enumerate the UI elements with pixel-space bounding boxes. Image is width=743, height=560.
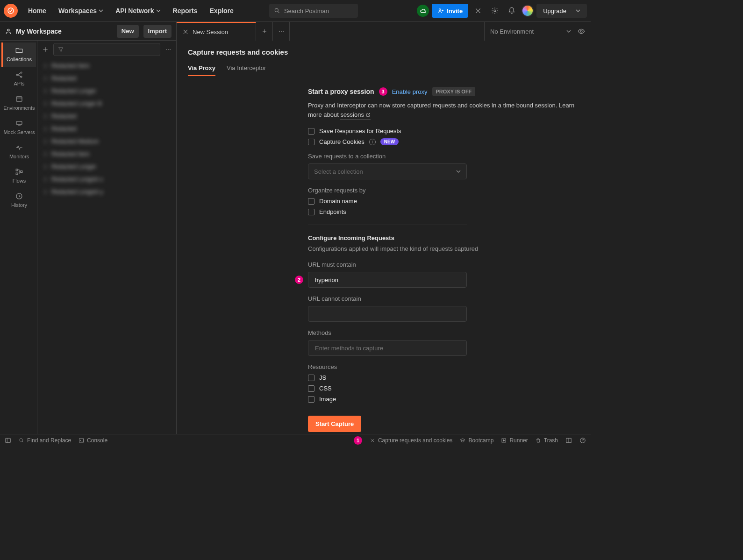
rail-history[interactable]: History: [1, 188, 36, 213]
postman-logo[interactable]: [4, 4, 18, 18]
env-icon: [15, 95, 23, 103]
upgrade-button[interactable]: Upgrade: [536, 4, 587, 18]
tree-item[interactable]: Redacted Longish y: [37, 185, 176, 198]
svg-point-18: [185, 31, 186, 32]
sidebar-toggle[interactable]: [5, 437, 11, 444]
info-icon: i: [369, 139, 376, 145]
plus-icon[interactable]: [42, 46, 49, 53]
satellite-icon[interactable]: [471, 4, 485, 18]
trash-button[interactable]: Trash: [536, 437, 558, 444]
invite-button[interactable]: Invite: [432, 4, 468, 18]
two-pane-icon[interactable]: [565, 437, 572, 444]
bell-icon[interactable]: [505, 4, 519, 18]
methods-input[interactable]: [308, 340, 467, 356]
tree-filter-input[interactable]: [53, 43, 160, 56]
tree-item[interactable]: Redacted Longish x: [37, 173, 176, 185]
nav-workspaces-label: Workspaces: [58, 7, 97, 14]
checkbox-css[interactable]: CSS: [308, 385, 579, 392]
help-icon[interactable]: [579, 437, 586, 444]
chevron-down-icon: [576, 8, 580, 13]
enable-proxy-link[interactable]: Enable proxy: [392, 88, 428, 95]
checkbox-image[interactable]: Image: [308, 396, 579, 403]
svg-rect-25: [79, 439, 84, 442]
nav-explore[interactable]: Explore: [205, 4, 238, 17]
url-cannot-contain-input[interactable]: [308, 306, 467, 322]
callout-3: 3: [379, 87, 387, 96]
url-cannot-contain-field[interactable]: [314, 310, 461, 318]
nav-workspaces[interactable]: Workspaces: [54, 4, 108, 17]
invite-label: Invite: [447, 7, 463, 14]
tree-item[interactable]: Redacted Item: [37, 148, 176, 160]
tab-via-proxy[interactable]: Via Proxy: [188, 64, 215, 76]
bootcamp-button[interactable]: Bootcamp: [460, 437, 493, 444]
tree-item[interactable]: Redacted Longer: [37, 160, 176, 173]
new-badge: NEW: [380, 138, 399, 145]
new-button[interactable]: New: [117, 25, 139, 38]
rail-flows[interactable]: Flows: [1, 164, 36, 188]
environment-picker[interactable]: No Environment: [484, 22, 591, 41]
sync-status[interactable]: [417, 5, 429, 17]
methods-field[interactable]: [314, 344, 461, 352]
tree-item[interactable]: Redacted Medium: [37, 135, 176, 148]
collection-select[interactable]: Select a collection: [308, 163, 467, 179]
folder-icon: [15, 46, 23, 55]
tree-item[interactable]: Redacted Longer: [37, 85, 176, 97]
rail-apis[interactable]: APIs: [1, 67, 36, 91]
svg-point-26: [372, 440, 373, 441]
find-replace-button[interactable]: Find and Replace: [19, 437, 71, 444]
rail-environments[interactable]: Environments: [1, 91, 36, 115]
chevron-right-icon: [43, 76, 48, 81]
svg-point-1: [275, 8, 278, 12]
tree-item[interactable]: Redacted: [37, 122, 176, 135]
svg-rect-13: [21, 171, 22, 173]
nav-api-network[interactable]: API Network: [111, 4, 165, 17]
chevron-right-icon: [43, 89, 48, 93]
tab-add-button[interactable]: [256, 22, 273, 41]
runner-button[interactable]: Runner: [501, 437, 528, 444]
tree-item[interactable]: Redacted: [37, 72, 176, 85]
checkbox-save-responses[interactable]: Save Responses for Requests: [308, 128, 579, 135]
settings-icon[interactable]: [488, 4, 502, 18]
chevron-down-icon: [566, 29, 571, 34]
checkbox-icon: [308, 198, 314, 205]
tab-more-button[interactable]: [273, 22, 290, 41]
user-avatar[interactable]: [522, 5, 534, 17]
workspace-picker[interactable]: My Workspace: [5, 28, 112, 35]
capture-footer-button[interactable]: Capture requests and cookies: [370, 437, 452, 444]
import-button[interactable]: Import: [143, 25, 171, 38]
tree-item[interactable]: Redacted: [37, 110, 176, 122]
workspace-name: My Workspace: [16, 28, 62, 35]
nav-reports[interactable]: Reports: [168, 4, 202, 17]
global-search[interactable]: Search Postman: [269, 4, 358, 18]
person-icon: [5, 28, 12, 35]
nav-home[interactable]: Home: [23, 4, 51, 17]
rail-monitors[interactable]: Monitors: [1, 140, 36, 164]
checkbox-endpoints[interactable]: Endpoints: [308, 208, 579, 215]
svg-point-3: [478, 10, 479, 12]
url-not-label: URL cannot contain: [308, 295, 579, 302]
checkbox-capture-cookies[interactable]: Capture Cookies i NEW: [308, 138, 579, 145]
console-button[interactable]: Console: [79, 437, 107, 444]
checkbox-js[interactable]: JS: [308, 374, 579, 381]
tree-item[interactable]: Redacted Longer B: [37, 97, 176, 110]
search-icon: [274, 7, 280, 14]
url-must-contain-input[interactable]: [308, 272, 467, 288]
url-must-contain-field[interactable]: [314, 276, 461, 284]
start-capture-button[interactable]: Start Capture: [308, 416, 361, 432]
tree-item[interactable]: Redacted Item: [37, 59, 176, 72]
svg-point-7: [21, 72, 22, 73]
eye-icon[interactable]: [578, 28, 585, 35]
more-icon[interactable]: [165, 46, 171, 53]
rail-mock[interactable]: Mock Servers: [1, 115, 36, 140]
checkbox-domain[interactable]: Domain name: [308, 198, 579, 205]
mock-icon: [15, 119, 23, 128]
sessions-link[interactable]: sessions: [340, 110, 371, 120]
proxy-description: Proxy and Interceptor can now store capt…: [308, 101, 579, 120]
tab-new-session[interactable]: New Session: [177, 22, 256, 41]
svg-point-21: [283, 31, 284, 32]
tab-via-interceptor[interactable]: Via Interceptor: [227, 64, 266, 76]
chevron-right-icon: [43, 177, 48, 182]
select-placeholder: Select a collection: [314, 168, 363, 175]
rail-collections[interactable]: Collections: [1, 43, 36, 67]
workspace-bar: My Workspace New Import: [0, 22, 176, 41]
